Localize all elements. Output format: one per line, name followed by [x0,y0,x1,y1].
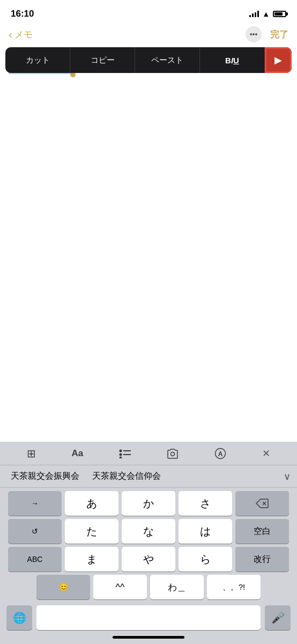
more-icon: ••• [250,30,258,39]
cut-button[interactable]: カット [5,47,70,73]
key-arrow[interactable]: → [8,491,62,516]
signal-icon [249,11,259,17]
context-menu: カット コピー ペースト BIU ▶ [5,47,292,73]
keyboard-area: ⊞ Aa A ✕ 天茶親交会振興会 天茶親交 [0,442,297,644]
battery-icon [273,11,286,17]
key-row-4: 😊 ^^ わ＿ 、。?! [2,575,295,599]
key-ka[interactable]: か [122,491,175,516]
mic-button[interactable]: 🎤 [265,605,291,630]
globe-icon: 🌐 [13,611,26,624]
list-icon[interactable] [119,449,131,458]
back-arrow-icon: ‹ [9,29,12,40]
keyboard-bottom: 🌐 🎤 [0,605,297,633]
arrow-right-icon: ▶ [274,54,282,66]
search-a-icon[interactable]: A [214,448,226,459]
key-ya[interactable]: や [122,547,175,572]
mic-icon: 🎤 [271,611,285,624]
grid-icon[interactable]: ⊞ [27,447,36,460]
key-return[interactable]: 改行 [235,547,289,572]
svg-point-2 [120,453,122,456]
suggestion-2[interactable]: 天茶親交会信仰会 [88,469,165,484]
format-button[interactable]: BIU [200,47,265,73]
key-small[interactable]: ^^ [93,575,147,599]
key-a[interactable]: あ [65,491,118,516]
key-row-2: ↺ た な は 空白 [2,519,295,544]
text-format-icon[interactable]: Aa [72,448,84,459]
paste-button[interactable]: ペースト [135,47,200,73]
key-ra[interactable]: ら [179,547,232,572]
keyboard-toolbar: ⊞ Aa A ✕ [0,442,297,465]
status-bar: 16:10 ▲ [0,0,297,24]
home-indicator [0,633,297,644]
globe-button[interactable]: 🌐 [6,605,32,630]
suggestions-row: 天茶親交会振興会 天茶親交会信仰会 ∨ [0,465,297,488]
key-punct[interactable]: 、。?! [207,575,261,599]
svg-text:A: A [218,450,223,458]
keyboard-grid: → あ か さ ↺ た な は 空白 ABC ま や ら [0,488,297,605]
more-options-button[interactable]: ▶ [265,47,292,73]
space-bar[interactable] [36,605,261,630]
camera-icon[interactable] [167,448,179,459]
more-button[interactable]: ••• [246,26,262,42]
home-bar [113,636,184,639]
key-wa[interactable]: わ＿ [150,575,204,599]
key-space[interactable]: 空白 [235,519,289,544]
key-ma[interactable]: ま [65,547,118,572]
suggestion-1[interactable]: 天茶親交会振興会 [6,469,84,484]
suggestions-expand-icon[interactable]: ∨ [284,471,291,482]
key-ha[interactable]: は [179,519,232,544]
nav-right: ••• 完了 [246,26,288,42]
status-icons: ▲ [249,10,286,18]
key-emoji[interactable]: 😊 [36,575,90,599]
key-row-1: → あ か さ [2,491,295,516]
key-sa[interactable]: さ [179,491,232,516]
space-bar-container [36,605,261,630]
back-button[interactable]: ‹ メモ [9,28,33,41]
key-undo[interactable]: ↺ [8,519,62,544]
svg-point-0 [120,449,122,452]
svg-point-5 [171,452,175,456]
status-time: 16:10 [11,9,34,19]
wifi-icon: ▲ [262,10,270,18]
svg-point-4 [120,457,122,458]
key-delete[interactable] [235,491,289,516]
key-abc[interactable]: ABC [8,547,62,572]
back-label: メモ [14,28,33,41]
key-ta[interactable]: た [65,519,118,544]
copy-button[interactable]: コピー [70,47,135,73]
nav-bar: ‹ メモ ••• 完了 [0,24,297,47]
key-na[interactable]: な [122,519,175,544]
close-icon[interactable]: ✕ [262,448,270,459]
key-row-3: ABC ま や ら 改行 [2,547,295,572]
done-button[interactable]: 完了 [270,28,288,41]
